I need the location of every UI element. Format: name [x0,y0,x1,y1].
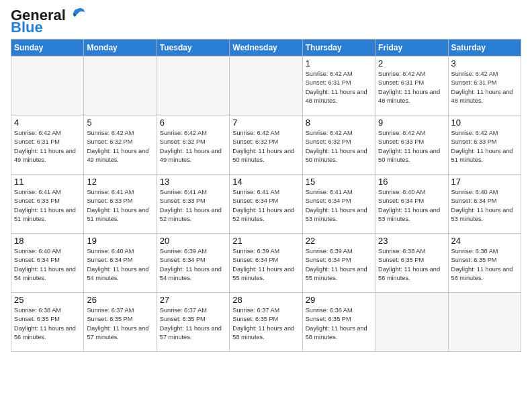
calendar-cell: 12Sunrise: 6:41 AM Sunset: 6:33 PM Dayli… [84,175,157,234]
calendar-cell: 24Sunrise: 6:38 AM Sunset: 6:35 PM Dayli… [448,234,521,293]
day-info: Sunrise: 6:42 AM Sunset: 6:31 PM Dayligh… [14,129,81,165]
day-number: 29 [306,295,372,305]
day-info: Sunrise: 6:38 AM Sunset: 6:35 PM Dayligh… [378,247,445,283]
weekday-header-sunday: Sunday [11,40,84,56]
day-info: Sunrise: 6:40 AM Sunset: 6:34 PM Dayligh… [378,188,445,224]
day-info: Sunrise: 6:41 AM Sunset: 6:34 PM Dayligh… [306,188,372,224]
day-info: Sunrise: 6:42 AM Sunset: 6:32 PM Dayligh… [87,129,153,165]
calendar-cell: 11Sunrise: 6:41 AM Sunset: 6:33 PM Dayli… [11,175,84,234]
calendar-cell: 29Sunrise: 6:36 AM Sunset: 6:35 PM Dayli… [302,293,375,352]
weekday-header-wednesday: Wednesday [230,40,302,56]
day-number: 21 [232,236,299,246]
calendar-cell: 17Sunrise: 6:40 AM Sunset: 6:34 PM Dayli… [448,175,521,234]
day-info: Sunrise: 6:39 AM Sunset: 6:34 PM Dayligh… [160,247,226,283]
calendar-cell: 10Sunrise: 6:42 AM Sunset: 6:33 PM Dayli… [448,116,521,175]
calendar-cell: 13Sunrise: 6:41 AM Sunset: 6:33 PM Dayli… [157,175,229,234]
weekday-header-friday: Friday [375,40,448,56]
day-info: Sunrise: 6:36 AM Sunset: 6:35 PM Dayligh… [306,306,372,342]
day-info: Sunrise: 6:41 AM Sunset: 6:33 PM Dayligh… [87,188,153,224]
day-number: 12 [87,177,153,187]
calendar-cell [11,56,84,116]
header: General Blue [11,8,521,35]
week-row-1: 1Sunrise: 6:42 AM Sunset: 6:31 PM Daylig… [11,56,521,116]
day-number: 11 [14,177,81,187]
day-info: Sunrise: 6:38 AM Sunset: 6:35 PM Dayligh… [14,306,81,342]
week-row-3: 11Sunrise: 6:41 AM Sunset: 6:33 PM Dayli… [11,175,521,234]
calendar-cell: 1Sunrise: 6:42 AM Sunset: 6:31 PM Daylig… [302,56,375,116]
calendar-cell [157,56,229,116]
day-number: 28 [232,295,299,305]
day-number: 2 [378,58,445,68]
calendar-cell: 21Sunrise: 6:39 AM Sunset: 6:34 PM Dayli… [230,234,302,293]
day-info: Sunrise: 6:39 AM Sunset: 6:34 PM Dayligh… [232,247,299,283]
calendar-cell [84,56,157,116]
day-number: 3 [451,58,518,68]
week-row-5: 25Sunrise: 6:38 AM Sunset: 6:35 PM Dayli… [11,293,521,352]
calendar-cell: 14Sunrise: 6:41 AM Sunset: 6:34 PM Dayli… [230,175,302,234]
weekday-header-saturday: Saturday [448,40,521,56]
week-row-2: 4Sunrise: 6:42 AM Sunset: 6:31 PM Daylig… [11,116,521,175]
day-info: Sunrise: 6:37 AM Sunset: 6:35 PM Dayligh… [160,306,226,342]
day-number: 19 [87,236,153,246]
page: General Blue SundayMondayTuesdayWednesda… [0,0,532,411]
day-info: Sunrise: 6:42 AM Sunset: 6:31 PM Dayligh… [306,70,372,105]
calendar-cell [230,56,302,116]
day-number: 6 [160,118,226,128]
weekday-header-tuesday: Tuesday [157,40,229,56]
weekday-header-row: SundayMondayTuesdayWednesdayThursdayFrid… [11,40,521,56]
day-info: Sunrise: 6:42 AM Sunset: 6:32 PM Dayligh… [232,129,299,165]
logo-bird-icon [67,7,86,21]
calendar-cell: 23Sunrise: 6:38 AM Sunset: 6:35 PM Dayli… [375,234,448,293]
calendar-cell: 3Sunrise: 6:42 AM Sunset: 6:31 PM Daylig… [448,56,521,116]
day-number: 16 [378,177,445,187]
calendar-cell [375,293,448,352]
day-info: Sunrise: 6:42 AM Sunset: 6:31 PM Dayligh… [378,70,445,105]
day-info: Sunrise: 6:41 AM Sunset: 6:33 PM Dayligh… [14,188,81,224]
calendar-cell: 9Sunrise: 6:42 AM Sunset: 6:33 PM Daylig… [375,116,448,175]
day-number: 25 [14,295,81,305]
calendar-cell: 15Sunrise: 6:41 AM Sunset: 6:34 PM Dayli… [302,175,375,234]
day-number: 13 [160,177,226,187]
day-info: Sunrise: 6:40 AM Sunset: 6:34 PM Dayligh… [14,247,81,283]
calendar-cell: 18Sunrise: 6:40 AM Sunset: 6:34 PM Dayli… [11,234,84,293]
day-number: 4 [14,118,81,128]
calendar-cell: 25Sunrise: 6:38 AM Sunset: 6:35 PM Dayli… [11,293,84,352]
day-info: Sunrise: 6:42 AM Sunset: 6:32 PM Dayligh… [306,129,372,165]
day-number: 23 [378,236,445,246]
day-number: 15 [306,177,372,187]
calendar-cell: 8Sunrise: 6:42 AM Sunset: 6:32 PM Daylig… [302,116,375,175]
calendar-cell: 4Sunrise: 6:42 AM Sunset: 6:31 PM Daylig… [11,116,84,175]
weekday-header-thursday: Thursday [302,40,375,56]
day-info: Sunrise: 6:41 AM Sunset: 6:34 PM Dayligh… [232,188,299,224]
calendar-body: 1Sunrise: 6:42 AM Sunset: 6:31 PM Daylig… [11,56,521,352]
calendar-cell: 28Sunrise: 6:37 AM Sunset: 6:35 PM Dayli… [230,293,302,352]
day-number: 14 [232,177,299,187]
day-number: 8 [306,118,372,128]
calendar-table: SundayMondayTuesdayWednesdayThursdayFrid… [11,39,521,352]
day-info: Sunrise: 6:37 AM Sunset: 6:35 PM Dayligh… [232,306,299,342]
day-info: Sunrise: 6:39 AM Sunset: 6:34 PM Dayligh… [306,247,372,283]
day-info: Sunrise: 6:42 AM Sunset: 6:31 PM Dayligh… [451,70,518,105]
calendar-header: SundayMondayTuesdayWednesdayThursdayFrid… [11,40,521,56]
day-info: Sunrise: 6:37 AM Sunset: 6:35 PM Dayligh… [87,306,153,342]
day-info: Sunrise: 6:40 AM Sunset: 6:34 PM Dayligh… [451,188,518,224]
day-info: Sunrise: 6:42 AM Sunset: 6:33 PM Dayligh… [451,129,518,165]
calendar-cell: 20Sunrise: 6:39 AM Sunset: 6:34 PM Dayli… [157,234,229,293]
calendar-cell: 16Sunrise: 6:40 AM Sunset: 6:34 PM Dayli… [375,175,448,234]
calendar-cell: 6Sunrise: 6:42 AM Sunset: 6:32 PM Daylig… [157,116,229,175]
calendar-cell: 2Sunrise: 6:42 AM Sunset: 6:31 PM Daylig… [375,56,448,116]
logo-blue-text: Blue [11,20,43,35]
day-number: 17 [451,177,518,187]
day-number: 24 [451,236,518,246]
calendar-cell: 7Sunrise: 6:42 AM Sunset: 6:32 PM Daylig… [230,116,302,175]
day-number: 26 [87,295,153,305]
calendar-cell: 5Sunrise: 6:42 AM Sunset: 6:32 PM Daylig… [84,116,157,175]
day-number: 1 [306,58,372,68]
calendar-cell: 27Sunrise: 6:37 AM Sunset: 6:35 PM Dayli… [157,293,229,352]
day-number: 27 [160,295,226,305]
calendar-cell [448,293,521,352]
day-number: 22 [306,236,372,246]
day-number: 5 [87,118,153,128]
day-number: 20 [160,236,226,246]
day-info: Sunrise: 6:42 AM Sunset: 6:32 PM Dayligh… [160,129,226,165]
